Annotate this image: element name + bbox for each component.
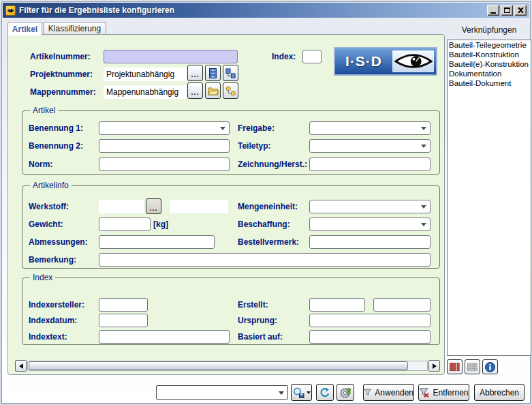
teiletyp-label: Teiletyp:: [238, 141, 270, 151]
ursprung-label: Ursprung:: [238, 316, 277, 325]
ellipsis-icon: ...: [191, 89, 199, 95]
bemerkung-input[interactable]: [99, 253, 431, 267]
group-index-title: Index: [30, 273, 55, 282]
chevron-down-icon: [220, 127, 225, 130]
minimize-icon: [490, 12, 496, 14]
maximize-icon: [504, 7, 510, 13]
group-artikelinfo-title: Artikelinfo: [30, 181, 72, 190]
kg-unit-label: [kg]: [153, 220, 168, 229]
close-icon: [518, 7, 524, 13]
abbrechen-button[interactable]: Abbrechen: [474, 384, 525, 401]
app-icon: [5, 5, 16, 16]
erstellt-input-1[interactable]: [309, 298, 365, 312]
refresh-icon: [319, 387, 330, 398]
sidebar-title: Verknüpfungen: [447, 25, 531, 35]
indexersteller-input[interactable]: [99, 298, 148, 312]
filter-preset-value: [157, 388, 159, 397]
eye-icon: [394, 52, 433, 70]
beschaffung-combo[interactable]: [309, 217, 431, 231]
indextext-input[interactable]: [99, 330, 230, 344]
index-input[interactable]: [302, 50, 322, 63]
link-list-item[interactable]: Bauteil-Dokument: [448, 78, 531, 88]
artikelnummer-input[interactable]: [104, 50, 238, 63]
benennung2-label: Benennung 2:: [29, 141, 83, 151]
benennung1-label: Benennung 1:: [29, 123, 83, 133]
mengeneinheit-combo[interactable]: [309, 200, 431, 213]
mappen-select-button[interactable]: [205, 82, 221, 99]
mappen-browse-button[interactable]: ...: [187, 82, 203, 99]
filter-apply-icon: [364, 388, 371, 397]
tab-klassifizierung[interactable]: Klassifizierung: [43, 22, 106, 35]
arrow-right-icon: [433, 363, 437, 369]
isd-logo-eye: [392, 50, 434, 72]
mappennummer-field[interactable]: Mappenunabhängig: [104, 85, 187, 99]
abmessungen-input[interactable]: [99, 235, 215, 249]
werkstoff-field-2[interactable]: [170, 200, 228, 213]
red-list-view-icon: [450, 363, 460, 372]
links-listbox[interactable]: Bauteil-TeilegeometrieBauteil-Konstrukti…: [447, 40, 531, 356]
teiletyp-combo[interactable]: [309, 139, 431, 153]
options-button[interactable]: [337, 384, 354, 401]
close-button[interactable]: [514, 5, 527, 16]
entfernen-button[interactable]: Entfernen: [418, 384, 469, 401]
link-list-item[interactable]: Bauteil(e)-Konstruktion: [448, 59, 531, 69]
info-button[interactable]: [482, 359, 498, 374]
scrollbar-track[interactable]: [27, 361, 428, 371]
search-save-button[interactable]: [291, 384, 312, 401]
window-title: Filter für die Ergebnisliste konfigurier…: [19, 5, 486, 15]
minimize-button[interactable]: [487, 5, 499, 16]
ellipsis-icon: ...: [149, 205, 157, 211]
gear-globe-icon: [340, 387, 351, 398]
index-label: Index:: [272, 52, 296, 61]
mappen-structure-button[interactable]: [223, 82, 238, 99]
erstellt-input-2[interactable]: [373, 298, 431, 312]
mappennummer-label: Mappennummer:: [30, 87, 96, 97]
filter-preset-combo[interactable]: [156, 385, 288, 400]
projektnummer-field[interactable]: Projektunabhängig: [104, 68, 187, 81]
link-list-item[interactable]: Dokumentation: [448, 69, 531, 78]
scroll-right-button[interactable]: [428, 360, 440, 372]
ursprung-input[interactable]: [309, 314, 431, 327]
werkstoff-browse-button[interactable]: ...: [146, 198, 161, 214]
projekt-browse-button[interactable]: ...: [187, 65, 203, 81]
search-save-icon: [293, 387, 304, 398]
benennung1-combo[interactable]: [99, 121, 230, 135]
gewicht-input[interactable]: [99, 217, 151, 231]
link-list-item[interactable]: Bauteil-Teilegeometrie: [448, 40, 531, 50]
list-view-red-button[interactable]: [447, 359, 463, 374]
projektnummer-label: Projektnummer:: [30, 70, 93, 79]
freigabe-combo[interactable]: [309, 121, 431, 135]
gray-list-view-icon: [467, 363, 478, 372]
isd-logo-text: I·S·D: [335, 48, 392, 74]
werkstoff-field-1[interactable]: [99, 200, 144, 213]
scroll-left-button[interactable]: [15, 360, 27, 372]
folder-hierarchy-icon: [225, 86, 236, 96]
norm-input[interactable]: [99, 158, 230, 171]
arrow-left-icon: [19, 363, 23, 369]
entfernen-label: Entfernen: [433, 388, 468, 397]
beschaffung-label: Beschaffung:: [238, 220, 290, 229]
titlebar[interactable]: Filter für die Ergebnisliste konfigurier…: [3, 3, 529, 18]
indexdatum-input[interactable]: [99, 314, 148, 327]
scrollbar-thumb[interactable]: [29, 361, 408, 370]
link-list-item[interactable]: Bauteil-Konstruktion: [448, 50, 531, 59]
bestellvermerk-input[interactable]: [309, 235, 431, 249]
list-view-gray-button[interactable]: [465, 359, 480, 374]
chevron-down-icon: [421, 127, 426, 130]
norm-label: Norm:: [29, 160, 52, 169]
project-cabinet-icon: [208, 68, 217, 78]
indexersteller-label: Indexersteller:: [29, 300, 84, 310]
basiert-auf-input[interactable]: [309, 330, 431, 344]
projekt-select-button[interactable]: [205, 65, 221, 81]
tab-artikel[interactable]: Artikel: [7, 22, 42, 35]
benennung2-input[interactable]: [99, 139, 230, 153]
tab-panel-artikel: Artikelnummer: Index: I·S·D Projektnumme…: [7, 34, 445, 375]
zeichnung-input[interactable]: [309, 158, 431, 171]
freigabe-label: Freigabe:: [238, 123, 275, 133]
artikelnummer-label: Artikelnummer:: [30, 52, 91, 61]
anwenden-button[interactable]: Anwenden: [363, 384, 414, 401]
projekt-structure-button[interactable]: [223, 65, 238, 81]
maximize-button[interactable]: [501, 5, 513, 16]
info-icon: [485, 362, 495, 372]
refresh-button[interactable]: [316, 384, 334, 401]
